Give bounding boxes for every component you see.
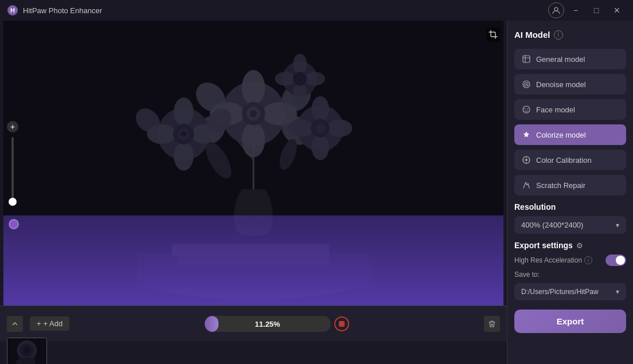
- save-path-dropdown[interactable]: D:/Users/Pictures/HitPaw ▾: [514, 283, 626, 300]
- add-file-button[interactable]: + + Add: [30, 316, 69, 331]
- delete-button[interactable]: [484, 316, 500, 332]
- bottom-toolbar: + + Add 11.25%: [0, 306, 507, 341]
- toggle-knob: [616, 256, 625, 265]
- progress-fill: [205, 316, 219, 332]
- zoom-plus-button[interactable]: +: [7, 121, 18, 132]
- save-path-chevron-icon: ▾: [616, 288, 619, 296]
- thumbnail-item[interactable]: [7, 338, 47, 364]
- color-calibration-label: Color Calibration: [536, 156, 592, 165]
- resolution-value: 400% (2400*2400): [521, 221, 583, 229]
- svg-point-60: [526, 84, 527, 85]
- resolution-title: Resolution: [514, 202, 626, 212]
- svg-point-62: [525, 108, 526, 109]
- crop-icon[interactable]: [486, 28, 500, 41]
- stop-button[interactable]: [334, 316, 349, 331]
- nav-up-button[interactable]: [7, 316, 23, 332]
- svg-point-23: [250, 110, 257, 117]
- zoom-thumb[interactable]: [9, 198, 17, 206]
- general-model-icon: [521, 54, 532, 64]
- ai-model-header: AI Model i: [514, 30, 626, 40]
- svg-point-33: [181, 131, 186, 137]
- resolution-dropdown[interactable]: 400% (2400*2400) ▾: [514, 216, 626, 234]
- progress-container: 11.25%: [76, 316, 477, 332]
- right-panel: AI Model i General model Denois: [507, 21, 633, 364]
- thumbnail-inner: [7, 338, 46, 364]
- svg-rect-49: [3, 216, 503, 306]
- denoise-model-icon: [521, 79, 532, 89]
- flower-image: [0, 21, 507, 306]
- face-model-icon: [521, 104, 532, 115]
- colorize-model-icon: [521, 130, 532, 140]
- face-model-button[interactable]: Face model: [514, 99, 626, 120]
- save-to-label: Save to:: [514, 271, 626, 279]
- colorize-model-label: Colorize model: [536, 131, 586, 139]
- svg-point-2: [554, 7, 558, 11]
- svg-point-42: [293, 54, 307, 75]
- high-res-setting-row: High Res Acceleration i: [514, 255, 626, 266]
- zoom-track[interactable]: [11, 137, 14, 206]
- svg-point-40: [316, 124, 325, 133]
- high-res-label: High Res Acceleration i: [514, 256, 592, 264]
- stop-icon: [339, 321, 345, 327]
- denoise-model-button[interactable]: Denoise model: [514, 74, 626, 95]
- svg-rect-57: [523, 56, 530, 62]
- app-title: HitPaw Photo Enhancer: [23, 6, 102, 15]
- title-bar: H HitPaw Photo Enhancer − □ ✕: [0, 0, 633, 21]
- svg-point-25: [174, 97, 193, 127]
- svg-point-26: [174, 142, 193, 171]
- maximize-button[interactable]: □: [587, 2, 605, 18]
- svg-text:H: H: [10, 7, 15, 14]
- add-label: + Add: [44, 319, 63, 328]
- general-model-label: General model: [536, 55, 585, 64]
- svg-point-37: [288, 119, 314, 136]
- denoise-model-label: Denoise model: [536, 80, 586, 89]
- progress-bar: 11.25%: [205, 316, 331, 332]
- color-calibration-icon: [521, 155, 532, 165]
- svg-point-65: [525, 159, 528, 161]
- export-settings-title: Export settings: [514, 241, 573, 250]
- close-button[interactable]: ✕: [608, 2, 626, 18]
- image-viewport: +: [0, 21, 507, 306]
- svg-point-63: [528, 108, 529, 109]
- high-res-info-icon[interactable]: i: [584, 256, 592, 264]
- scratch-repair-label: Scratch Repair: [536, 181, 585, 190]
- svg-point-13: [242, 70, 265, 105]
- colorize-model-button[interactable]: Colorize model: [514, 124, 626, 145]
- svg-point-54: [24, 347, 30, 354]
- svg-point-45: [304, 72, 325, 85]
- minimize-button[interactable]: −: [566, 2, 585, 18]
- zoom-slider[interactable]: +: [7, 121, 18, 206]
- thumbnail-strip: [0, 341, 507, 364]
- ai-model-title: AI Model: [514, 30, 550, 40]
- title-bar-controls: − □ ✕: [548, 2, 626, 18]
- export-settings-header: Export settings ⚙: [514, 241, 626, 250]
- title-bar-left: H HitPaw Photo Enhancer: [7, 5, 102, 16]
- ai-model-info-icon[interactable]: i: [554, 30, 563, 40]
- export-settings-gear-icon[interactable]: ⚙: [576, 241, 583, 250]
- face-model-label: Face model: [536, 105, 575, 114]
- svg-point-61: [523, 106, 530, 113]
- svg-point-38: [327, 119, 353, 136]
- color-calibration-button[interactable]: Color Calibration: [514, 150, 626, 170]
- svg-point-44: [275, 72, 296, 85]
- general-model-button[interactable]: General model: [514, 49, 626, 69]
- resolution-chevron-icon: ▾: [616, 221, 619, 229]
- scratch-repair-icon: [521, 180, 532, 190]
- scratch-repair-button[interactable]: Scratch Repair: [514, 175, 626, 195]
- account-button[interactable]: [548, 2, 564, 18]
- progress-text: 11.25%: [255, 319, 280, 328]
- canvas-area: +: [0, 21, 507, 364]
- save-path-value: D:/Users/Pictures/HitPaw: [521, 288, 599, 296]
- svg-point-14: [242, 123, 265, 158]
- app-logo-icon: H: [7, 5, 18, 16]
- export-button[interactable]: Export: [514, 310, 626, 333]
- svg-point-35: [311, 96, 329, 122]
- high-res-toggle[interactable]: [605, 255, 626, 266]
- svg-point-36: [311, 135, 329, 161]
- add-icon: +: [37, 319, 41, 328]
- svg-point-43: [293, 83, 307, 104]
- svg-point-46: [293, 72, 307, 85]
- svg-point-50: [9, 220, 18, 229]
- main-layout: +: [0, 21, 633, 364]
